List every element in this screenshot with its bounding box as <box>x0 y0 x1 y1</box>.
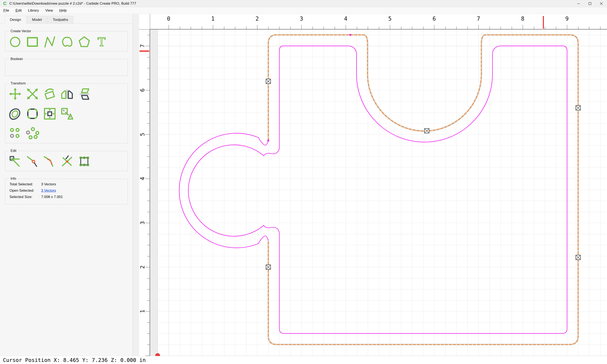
v-ruler-label: 6 <box>139 89 146 92</box>
node-edit-tool[interactable] <box>8 154 22 168</box>
maximize-icon <box>588 2 592 5</box>
status-bar: Cursor Position X: 8.465 Y: 7.236 Z: 0.0… <box>0 356 607 364</box>
selected-contour-path[interactable] <box>268 35 578 345</box>
menu-library[interactable]: Library <box>25 8 42 13</box>
menu-file[interactable]: File <box>0 8 12 13</box>
tab-toolpaths[interactable]: Toolpaths <box>47 16 73 23</box>
h-ruler-label: 7 <box>477 16 480 22</box>
open-vectors-link[interactable]: 3 Vectors <box>41 189 56 193</box>
circular-array-tool-icon <box>26 127 39 140</box>
tab-marker-1[interactable] <box>266 79 271 84</box>
close-icon <box>600 2 603 5</box>
horizontal-ruler: 0123456789 <box>150 14 607 29</box>
info-row: Total Selected:3 Vectors <box>10 182 128 186</box>
carbide-create-window: C C:\Users\willa\Downloads\new puzzle # … <box>0 0 607 364</box>
h-ruler-label: 9 <box>565 16 569 22</box>
trim-vectors-tool[interactable] <box>60 154 74 168</box>
group-label-create-vector: Create Vector <box>9 29 33 33</box>
menu-bar: FileEditLibraryViewHelp <box>0 7 607 14</box>
circular-array-tool[interactable] <box>26 127 40 141</box>
canvas-area[interactable]: 0123456789 1234567 <box>139 14 607 356</box>
round-corners-tool[interactable] <box>26 107 40 121</box>
h-ruler-label: 8 <box>521 16 524 22</box>
vector-layer[interactable] <box>150 29 607 356</box>
info-row: Selected Size:7.008 x 7.001 <box>10 195 128 199</box>
h-ruler-label: 4 <box>344 16 347 22</box>
vector-start-node[interactable] <box>349 34 351 36</box>
tab-x-icon <box>266 79 270 83</box>
cursor-x-indicator <box>543 16 544 29</box>
circle-tool-icon <box>8 35 22 49</box>
menu-edit[interactable]: Edit <box>13 8 25 13</box>
tab-marker-4[interactable] <box>576 255 581 260</box>
menu-help[interactable]: Help <box>56 8 69 13</box>
minimize-icon <box>577 2 580 5</box>
maximize-button[interactable] <box>584 0 596 7</box>
rectangle-tool-icon <box>26 35 39 49</box>
offset-tool-icon <box>8 107 22 120</box>
edit-point-tool-icon <box>26 155 39 168</box>
tab-marker-3[interactable] <box>576 105 581 110</box>
inner-offset-tool[interactable] <box>43 107 57 121</box>
size-tool[interactable] <box>26 87 40 101</box>
trim-shapes-tool-icon <box>60 107 74 120</box>
group-label-transform: Transform <box>9 81 27 85</box>
polygon-tool[interactable] <box>77 35 91 49</box>
text-tool[interactable]: T <box>95 35 108 49</box>
tab-marker-5[interactable] <box>266 265 271 270</box>
rectangle-tool[interactable] <box>26 35 40 49</box>
minimize-button[interactable] <box>573 0 584 7</box>
design-panel: DesignModelToolpaths Create VectorTBoole… <box>0 14 139 356</box>
cursor-y-indicator <box>140 51 149 52</box>
cursor-position-readout: Cursor Position X: 8.465 Y: 7.236 Z: 0.0… <box>3 357 146 363</box>
h-ruler-label: 6 <box>433 16 436 22</box>
rotate-tool[interactable] <box>43 87 57 101</box>
inner-offset-tool-icon <box>43 107 56 120</box>
menu-view[interactable]: View <box>42 8 56 13</box>
tab-model[interactable]: Model <box>27 16 47 23</box>
circle-tool[interactable] <box>8 35 22 49</box>
group-label-boolean: Boolean <box>9 57 25 61</box>
close-button[interactable] <box>596 0 607 7</box>
round-corners-tool-icon <box>26 107 39 120</box>
c-notch-path[interactable] <box>179 133 268 248</box>
move-tool-icon <box>8 87 22 101</box>
move-tool[interactable] <box>8 87 22 101</box>
v-ruler-label: 1 <box>139 310 146 313</box>
info-row: Open Selected:3 Vectors <box>10 189 128 193</box>
polyline-tool[interactable] <box>43 35 57 49</box>
window-title: C:\Users\willa\Downloads\new puzzle # 2.… <box>9 1 136 6</box>
offset-tool[interactable] <box>8 107 22 121</box>
boundary-tool[interactable] <box>77 154 91 168</box>
mirror-tool[interactable] <box>60 87 74 101</box>
linear-array-tool[interactable] <box>8 127 22 141</box>
group-boolean: Boolean <box>5 59 128 76</box>
curve-tool[interactable] <box>60 35 74 49</box>
tab-x-icon <box>425 129 429 133</box>
info-label: Open Selected: <box>10 189 41 193</box>
fillet-tool[interactable] <box>43 154 57 168</box>
window-controls <box>573 0 607 7</box>
edit-point-tool[interactable] <box>26 154 40 168</box>
text-tool-icon: T <box>95 35 108 49</box>
group-label-info: Info <box>9 177 18 181</box>
vector-endpoint-node[interactable] <box>267 140 269 141</box>
curve-tool-icon <box>60 35 74 49</box>
trim-shapes-tool[interactable] <box>60 107 74 121</box>
info-label: Selected Size: <box>10 195 41 199</box>
h-ruler-label: 1 <box>211 16 214 22</box>
tab-design[interactable]: Design <box>5 16 26 24</box>
v-ruler-label: 4 <box>139 177 146 180</box>
tab-x-icon <box>576 255 580 260</box>
offset-path[interactable] <box>188 46 567 333</box>
app-logo-icon: C <box>2 1 7 6</box>
tab-marker-2[interactable] <box>424 128 429 133</box>
h-ruler-label: 3 <box>300 16 303 22</box>
drawing-viewport[interactable] <box>150 29 607 356</box>
info-label: Total Selected: <box>10 182 41 186</box>
svg-text:T: T <box>98 35 106 49</box>
group-label-edit: Edit <box>9 149 18 153</box>
node-edit-tool-icon <box>8 155 22 168</box>
h-ruler-label: 2 <box>255 16 259 22</box>
flip-vertical-tool[interactable] <box>77 87 91 101</box>
